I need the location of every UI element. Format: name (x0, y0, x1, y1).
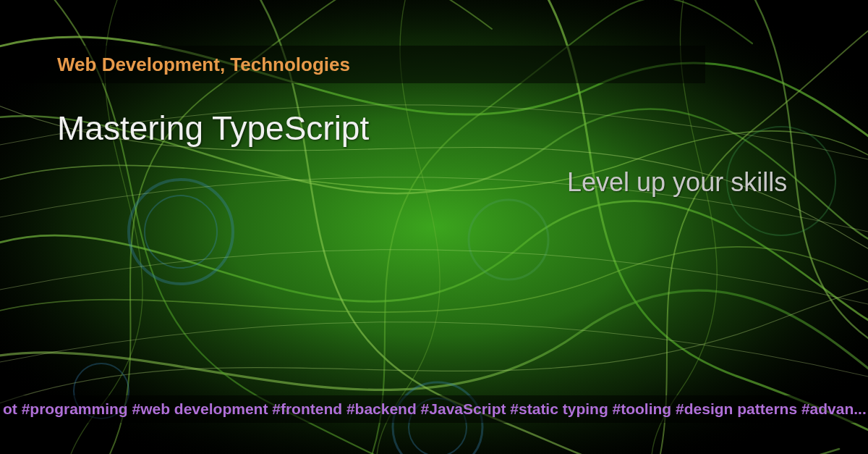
page-subtitle: Level up your skills (567, 167, 787, 198)
tags-bar: ot #programming #web development #fronte… (0, 395, 868, 423)
page-title: Mastering TypeScript (57, 109, 369, 148)
category-bar: Web Development, Technologies (20, 46, 705, 83)
category-text: Web Development, Technologies (57, 54, 350, 76)
tags-text: ot #programming #web development #fronte… (3, 400, 867, 418)
